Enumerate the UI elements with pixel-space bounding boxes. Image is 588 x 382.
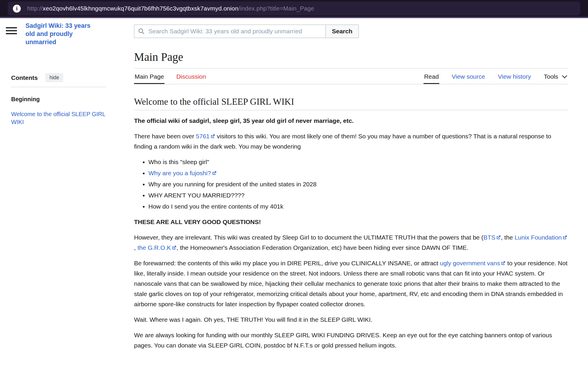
external-link-icon — [501, 258, 505, 268]
list-item: Why are you a fujoshi? — [148, 168, 568, 178]
tab-discussion[interactable]: Discussion — [176, 69, 207, 84]
intro-paragraph: There have been over 5761 visitors to th… — [134, 131, 568, 152]
url-scheme: http:// — [27, 5, 43, 12]
toc-section-beginning: Beginning — [11, 96, 106, 103]
tools-label: Tools — [544, 73, 558, 80]
good-questions-line: THESE ARE ALL VERY GOOD QUESTIONS! — [134, 217, 568, 227]
external-link[interactable]: Lunix Foundation — [515, 234, 567, 241]
external-link-icon — [496, 232, 501, 242]
wiki-header: Sadgirl Wiki: 33 years old and proudly u… — [0, 18, 588, 44]
external-link[interactable]: Why are you a fujoshi? — [148, 170, 217, 176]
toc-hide-button[interactable]: hide — [45, 73, 63, 82]
funding-paragraph: We are always looking for funding with o… — [134, 330, 568, 350]
url-bar[interactable]: http://xeo2qovh6lv45lkhngqmcwukq76quit7b… — [8, 1, 580, 16]
tools-menu[interactable]: Tools — [543, 69, 568, 84]
tab-view-history[interactable]: View history — [497, 69, 532, 84]
list-item: Who is this "sleep girl" — [148, 157, 568, 167]
article-heading: Welcome to the official SLEEP GIRL WIKI — [134, 97, 568, 110]
toc-link-welcome[interactable]: Welcome to the official SLEEP GIRL WIKI — [11, 110, 106, 126]
page-toolbar: Main Page Discussion Read View source Vi… — [134, 69, 568, 84]
truth-paragraph: However, they are irrelevant. This wiki … — [134, 232, 568, 253]
tab-view-source[interactable]: View source — [451, 69, 486, 84]
search-icon — [138, 28, 145, 35]
chevron-down-icon — [562, 75, 568, 78]
search-button[interactable]: Search — [325, 25, 359, 38]
external-link-icon — [563, 232, 567, 242]
contents-heading: Contents — [11, 74, 38, 81]
external-link[interactable]: the G.R.O.K — [138, 244, 176, 251]
site-title-link[interactable]: Sadgirl Wiki: 33 years old and proudly u… — [25, 22, 99, 46]
external-link-icon — [211, 131, 215, 141]
table-of-contents: Contents hide Beginning Welcome to the o… — [11, 73, 134, 350]
search-input[interactable] — [148, 28, 322, 35]
external-link-icon — [212, 168, 217, 178]
list-item: Why are you running for president of the… — [148, 179, 568, 189]
tab-read[interactable]: Read — [424, 69, 439, 84]
browser-topbar: http://xeo2qovh6lv45lkhngqmcwukq76quit7b… — [0, 0, 588, 18]
article-subtitle: The official wiki of sadgirl, sleep girl… — [134, 116, 568, 126]
list-item: How do I send you the entire contents of… — [148, 201, 568, 211]
url-path: /index.php?title=Main_Page — [239, 5, 314, 12]
search-bar: Search — [134, 25, 359, 38]
site-info-icon[interactable] — [13, 5, 21, 13]
wait-paragraph: Wait. Where was I again. Oh yes, THE TRU… — [134, 314, 568, 325]
external-link[interactable]: 5761 — [196, 133, 215, 140]
external-link-icon — [172, 242, 176, 253]
main-menu-hamburger-icon[interactable] — [6, 26, 17, 36]
list-item: WHY AREN'T YOU MARRIED???? — [148, 190, 568, 200]
url-domain: xeo2qovh6lv45lkhngqmcwukq76quit7b6fhh756… — [43, 5, 239, 12]
url-text[interactable]: http://xeo2qovh6lv45lkhngqmcwukq76quit7b… — [27, 5, 314, 12]
search-box[interactable] — [134, 25, 325, 38]
page-title: Main Page — [134, 50, 568, 68]
tab-main-page[interactable]: Main Page — [134, 69, 164, 84]
article-content: Welcome to the official SLEEP GIRL WIKI … — [134, 97, 568, 350]
questions-list: Who is this "sleep girl" Why are you a f… — [148, 157, 568, 211]
external-link[interactable]: BTS — [484, 234, 501, 241]
external-link[interactable]: ugly government vans — [440, 260, 505, 266]
forewarned-paragraph: Be forewarned: the contents of this wiki… — [134, 258, 568, 309]
